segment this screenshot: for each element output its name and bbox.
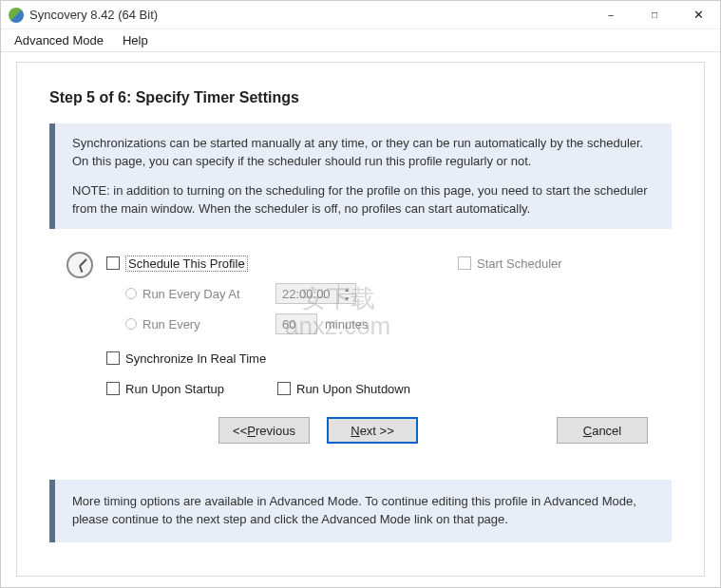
info-text-2: NOTE: in addition to turning on the sche…	[72, 182, 655, 218]
close-button[interactable]: ✕	[676, 1, 720, 28]
label-run-startup[interactable]: Run Upon Startup	[125, 382, 224, 396]
time-field: 22:00:00 ▲ ▼	[275, 283, 356, 304]
settings-area: Schedule This Profile Start Scheduler Ru…	[49, 250, 672, 444]
label-schedule-profile[interactable]: Schedule This Profile	[125, 256, 248, 272]
label-sync-realtime[interactable]: Synchronize In Real Time	[125, 351, 266, 366]
next-button[interactable]: Next >>	[327, 417, 418, 444]
clock-icon	[66, 252, 93, 278]
interval-field: 60	[275, 313, 317, 334]
page-title: Step 5 of 6: Specify Timer Settings	[49, 89, 672, 106]
minimize-button[interactable]: –	[589, 1, 633, 28]
cancel-button[interactable]: Cancel	[557, 417, 648, 444]
info-box: Synchronizations can be started manually…	[49, 123, 672, 229]
checkbox-sync-realtime[interactable]	[106, 351, 120, 365]
menu-help[interactable]: Help	[113, 30, 158, 50]
label-run-shutdown[interactable]: Run Upon Shutdown	[296, 382, 410, 396]
checkbox-run-shutdown[interactable]	[277, 382, 291, 395]
radio-run-every-day-at	[125, 288, 137, 299]
info-text-1: Synchronizations can be started manually…	[72, 135, 655, 171]
time-value: 22:00:00	[276, 287, 338, 301]
footer-text: More timing options are available in Adv…	[72, 494, 636, 526]
checkbox-schedule-profile[interactable]	[106, 256, 120, 270]
app-icon	[9, 8, 24, 23]
time-spinner: ▲ ▼	[338, 284, 355, 303]
menubar: Advanced Mode Help	[1, 29, 720, 52]
window-controls: – □ ✕	[589, 1, 720, 28]
label-run-every: Run Every	[142, 317, 200, 332]
window-title: Syncovery 8.42 (64 Bit)	[29, 8, 589, 22]
titlebar: Syncovery 8.42 (64 Bit) – □ ✕	[1, 1, 720, 29]
maximize-button[interactable]: □	[633, 1, 676, 28]
previous-button[interactable]: << Previous	[218, 417, 310, 444]
label-start-scheduler: Start Scheduler	[477, 256, 562, 271]
spinner-up-icon: ▲	[339, 284, 355, 294]
spinner-down-icon: ▼	[339, 294, 355, 304]
footer-box: More timing options are available in Adv…	[49, 480, 672, 542]
interval-value: 60	[282, 317, 295, 332]
checkbox-run-startup[interactable]	[106, 382, 120, 395]
label-run-every-day-at: Run Every Day At	[142, 287, 240, 301]
wizard-panel: Step 5 of 6: Specify Timer Settings Sync…	[16, 62, 705, 577]
interval-unit: minutes	[325, 317, 369, 332]
radio-run-every-interval	[125, 318, 137, 330]
button-row: << Previous Next >> Cancel	[106, 406, 672, 444]
menu-advanced-mode[interactable]: Advanced Mode	[5, 30, 113, 50]
checkbox-start-scheduler[interactable]	[458, 256, 471, 270]
